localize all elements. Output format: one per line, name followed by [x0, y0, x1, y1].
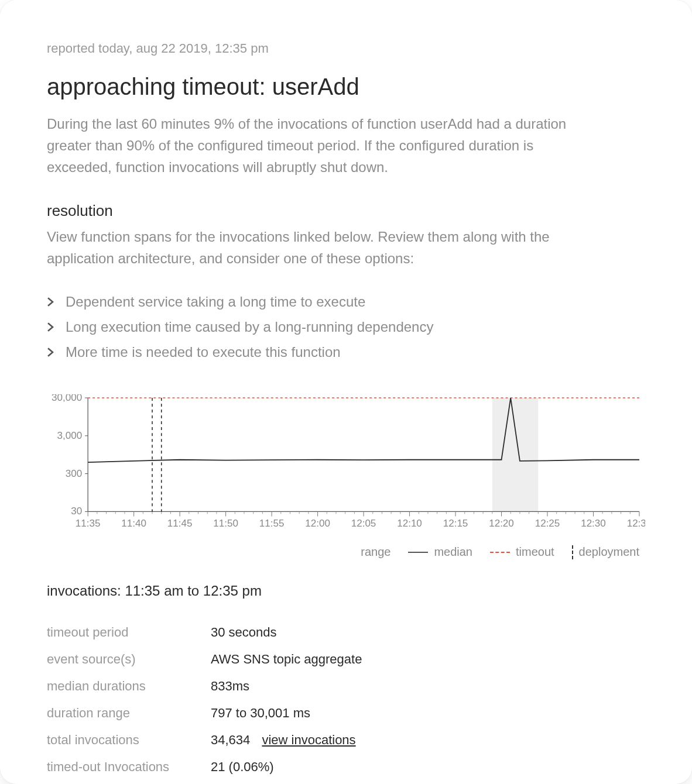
row-value: 833ms [211, 673, 362, 700]
total-invocations-value: 34,634 [211, 733, 250, 747]
row-value: 30 seconds [211, 619, 362, 646]
dashed-line-icon [490, 552, 510, 553]
resolution-heading: resolution [47, 202, 645, 220]
report-timestamp: reported today, aug 22 2019, 12:35 pm [47, 41, 645, 56]
table-row: median durations 833ms [47, 673, 362, 700]
resolution-options: Dependent service taking a long time to … [47, 289, 645, 365]
row-value: 34,634 view invocations [211, 727, 362, 754]
svg-text:11:45: 11:45 [167, 518, 193, 529]
row-label: timeout period [47, 619, 211, 646]
line-icon [408, 552, 428, 553]
table-row: timeout period 30 seconds [47, 619, 362, 646]
svg-text:11:50: 11:50 [213, 518, 238, 529]
row-value: 21 (0.06%) [211, 754, 362, 780]
svg-text:12:15: 12:15 [443, 518, 468, 529]
report-title: approaching timeout: userAdd [47, 74, 645, 100]
svg-text:30: 30 [71, 506, 82, 517]
option-label: More time is needed to execute this func… [66, 339, 341, 365]
svg-text:11:55: 11:55 [259, 518, 285, 529]
legend-label: timeout [516, 545, 554, 559]
table-row: timed-out Invocations 21 (0.06%) [47, 754, 362, 780]
dashed-vertical-icon [572, 545, 573, 559]
legend-deployment: deployment [572, 545, 639, 559]
resolution-text: View function spans for the invocations … [47, 226, 597, 269]
resolution-option[interactable]: More time is needed to execute this func… [47, 339, 645, 365]
svg-text:30,000: 30,000 [52, 394, 82, 403]
row-label: total invocations [47, 727, 211, 754]
chevron-right-icon [47, 314, 55, 339]
legend-label: range [361, 545, 390, 559]
svg-text:11:40: 11:40 [121, 518, 146, 529]
view-invocations-link[interactable]: view invocations [262, 733, 355, 747]
option-label: Dependent service taking a long time to … [66, 289, 365, 314]
invocations-heading: invocations: 11:35 am to 12:35 pm [47, 583, 645, 599]
svg-text:12:10: 12:10 [397, 518, 422, 529]
row-value: 797 to 30,001 ms [211, 700, 362, 727]
row-label: timed-out Invocations [47, 754, 211, 780]
table-row: event source(s) AWS SNS topic aggregate [47, 646, 362, 673]
svg-text:12:25: 12:25 [535, 518, 560, 529]
row-label: event source(s) [47, 646, 211, 673]
chart-svg: 303003,00030,00011:3511:4011:4511:5011:5… [47, 394, 645, 535]
table-row: total invocations 34,634 view invocation… [47, 727, 362, 754]
chart-legend: range median timeout deployment [47, 545, 645, 559]
resolution-option[interactable]: Dependent service taking a long time to … [47, 289, 645, 314]
row-value: AWS SNS topic aggregate [211, 646, 362, 673]
resolution-option[interactable]: Long execution time caused by a long-run… [47, 314, 645, 339]
duration-chart: 303003,00030,00011:3511:4011:4511:5011:5… [47, 394, 645, 535]
svg-text:3,000: 3,000 [57, 429, 83, 441]
option-label: Long execution time caused by a long-run… [66, 314, 433, 339]
legend-label: deployment [579, 545, 639, 559]
table-row: duration range 797 to 30,001 ms [47, 700, 362, 727]
svg-text:12:35: 12:35 [627, 518, 645, 529]
invocations-table: timeout period 30 seconds event source(s… [47, 619, 362, 780]
svg-text:12:00: 12:00 [305, 518, 330, 529]
svg-rect-0 [492, 398, 538, 511]
svg-text:12:20: 12:20 [489, 518, 514, 529]
row-label: median durations [47, 673, 211, 700]
legend-label: median [434, 545, 472, 559]
svg-text:11:35: 11:35 [76, 518, 101, 529]
legend-timeout: timeout [490, 545, 554, 559]
legend-median: median [408, 545, 472, 559]
row-label: duration range [47, 700, 211, 727]
chevron-right-icon [47, 339, 55, 365]
svg-text:12:30: 12:30 [581, 518, 606, 529]
svg-text:300: 300 [66, 467, 82, 479]
chevron-right-icon [47, 289, 55, 314]
svg-text:12:05: 12:05 [351, 518, 376, 529]
legend-range: range [361, 545, 390, 559]
report-summary: During the last 60 minutes 9% of the inv… [47, 113, 597, 178]
report-card: reported today, aug 22 2019, 12:35 pm ap… [0, 0, 692, 784]
